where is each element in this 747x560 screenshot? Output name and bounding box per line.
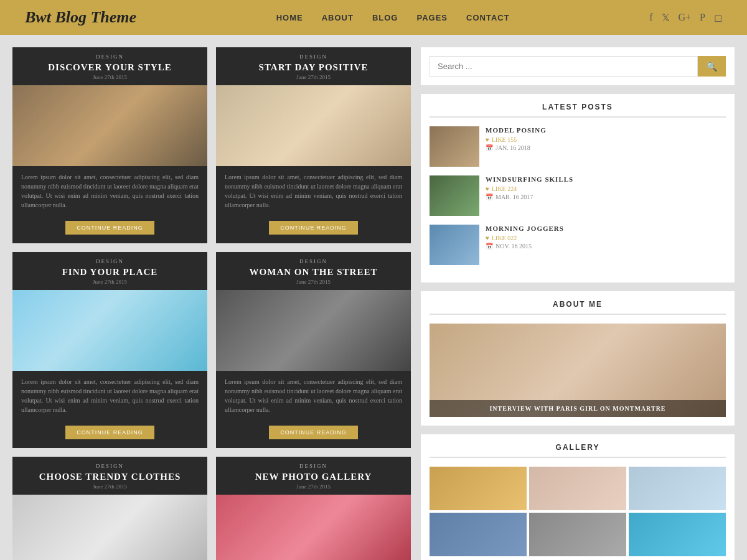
blog-grid: DESIGN DISCOVER YOUR STYLE June 27th 201… bbox=[12, 47, 411, 560]
card-btn-wrap-4: CONTINUE READING bbox=[216, 421, 411, 448]
card-image-4 bbox=[216, 290, 411, 371]
card-category-3: DESIGN bbox=[12, 258, 207, 264]
card-category-4: DESIGN bbox=[216, 258, 411, 264]
gallery-item-1[interactable] bbox=[430, 467, 527, 510]
gallery-item-2[interactable] bbox=[529, 467, 626, 510]
site-logo[interactable]: Bwt Blog Theme bbox=[25, 8, 136, 27]
social-links: f 𝕏 G+ P ◻ bbox=[649, 12, 722, 24]
card-date-5: June 27th 2015 bbox=[12, 483, 207, 490]
lp-info-2: WINDSURFING SKILLS ♥ LIKE 224 📅 MAR. 16 … bbox=[486, 175, 726, 200]
gallery-item-5[interactable] bbox=[529, 513, 626, 556]
lp-img-3 bbox=[430, 225, 479, 265]
continue-reading-btn-1[interactable]: CONTINUE READING bbox=[65, 221, 154, 235]
nav-about[interactable]: ABOUT bbox=[322, 13, 354, 22]
latest-post-2: WINDSURFING SKILLS ♥ LIKE 224 📅 MAR. 16 … bbox=[430, 175, 726, 216]
latest-posts-title: LATEST POSTS bbox=[430, 103, 726, 118]
gallery-item-3[interactable] bbox=[629, 467, 726, 510]
card-btn-wrap-1: CONTINUE READING bbox=[12, 216, 207, 243]
card-title-3: FIND YOUR PLACE bbox=[19, 267, 201, 278]
calendar-icon-2: 📅 bbox=[486, 194, 493, 200]
continue-reading-btn-4[interactable]: CONTINUE READING bbox=[269, 426, 358, 439]
card-title-2: START DAY POSITIVE bbox=[222, 62, 405, 73]
lp-title-3[interactable]: MORNING JOGGERS bbox=[486, 225, 726, 232]
nav-home[interactable]: HOME bbox=[276, 13, 303, 22]
card-date-2: June 27th 2015 bbox=[216, 74, 411, 80]
main-container: DESIGN DISCOVER YOUR STYLE June 27th 201… bbox=[0, 35, 747, 560]
card-text-3: Lorem ipsum dolor sit amet, consectetuer… bbox=[12, 371, 207, 421]
about-me-widget: ABOUT ME INTERVIEW WITH PARIS GIRL ON MO… bbox=[421, 291, 735, 426]
calendar-icon-3: 📅 bbox=[486, 243, 493, 250]
card-image-1 bbox=[12, 85, 207, 166]
pinterest-icon[interactable]: P bbox=[700, 12, 705, 23]
lp-img-1 bbox=[430, 126, 479, 167]
blog-card-5: DESIGN CHOOSE TRENDY CLOTHES June 27th 2… bbox=[12, 457, 207, 560]
calendar-icon-1: 📅 bbox=[486, 144, 493, 151]
blog-card-1: DESIGN DISCOVER YOUR STYLE June 27th 201… bbox=[12, 47, 207, 243]
about-me-caption: INTERVIEW WITH PARIS GIRL ON MONTMARTRE bbox=[436, 405, 720, 412]
search-button[interactable]: 🔍 bbox=[698, 56, 726, 77]
gallery-widget: GALLERY bbox=[421, 434, 735, 560]
card-category-6: DESIGN bbox=[216, 463, 411, 469]
site-header: Bwt Blog Theme HOME ABOUT BLOG PAGES CON… bbox=[0, 0, 747, 35]
about-me-title: ABOUT ME bbox=[430, 300, 726, 315]
card-title-4: WOMAN ON THE STREET bbox=[222, 267, 405, 278]
card-btn-wrap-2: CONTINUE READING bbox=[216, 216, 411, 243]
card-title-1: DISCOVER YOUR STYLE bbox=[19, 62, 201, 73]
continue-reading-btn-3[interactable]: CONTINUE READING bbox=[65, 426, 154, 439]
gallery-title: GALLERY bbox=[430, 443, 726, 458]
about-me-image: INTERVIEW WITH PARIS GIRL ON MONTMARTRE bbox=[430, 324, 726, 417]
heart-icon-1: ♥ bbox=[486, 136, 489, 143]
latest-post-3: MORNING JOGGERS ♥ LIKE 022 📅 NOV. 16 201… bbox=[430, 225, 726, 265]
gallery-item-4[interactable] bbox=[430, 513, 527, 556]
gallery-item-6[interactable] bbox=[629, 513, 726, 556]
blog-card-4: DESIGN WOMAN ON THE STREET June 27th 201… bbox=[216, 252, 411, 448]
nav-blog[interactable]: BLOG bbox=[372, 13, 398, 22]
card-image-3 bbox=[12, 290, 207, 371]
card-category-1: DESIGN bbox=[12, 54, 207, 60]
lp-likes-2: ♥ LIKE 224 bbox=[486, 185, 726, 192]
card-date-1: June 27th 2015 bbox=[12, 74, 207, 80]
card-category-5: DESIGN bbox=[12, 463, 207, 469]
lp-date-3: 📅 NOV. 16 2015 bbox=[486, 243, 726, 250]
googleplus-icon[interactable]: G+ bbox=[679, 12, 692, 23]
sidebar: 🔍 LATEST POSTS MODEL POSING ♥ LIKE 155 📅 bbox=[421, 47, 735, 560]
main-nav: HOME ABOUT BLOG PAGES CONTACT bbox=[276, 13, 510, 22]
card-date-3: June 27th 2015 bbox=[12, 279, 207, 285]
continue-reading-btn-2[interactable]: CONTINUE READING bbox=[269, 221, 358, 235]
blog-card-3: DESIGN FIND YOUR PLACE June 27th 2015 Lo… bbox=[12, 252, 207, 448]
nav-contact[interactable]: CONTACT bbox=[466, 13, 510, 22]
latest-posts-widget: LATEST POSTS MODEL POSING ♥ LIKE 155 📅 J… bbox=[421, 94, 735, 282]
instagram-icon[interactable]: ◻ bbox=[714, 12, 722, 24]
card-btn-wrap-3: CONTINUE READING bbox=[12, 421, 207, 448]
lp-date-2: 📅 MAR. 16 2017 bbox=[486, 194, 726, 200]
card-title-5: CHOOSE TRENDY CLOTHES bbox=[19, 472, 201, 482]
heart-icon-2: ♥ bbox=[486, 185, 489, 192]
search-widget: 🔍 bbox=[421, 47, 735, 85]
lp-title-1[interactable]: MODEL POSING bbox=[486, 126, 726, 134]
latest-post-1: MODEL POSING ♥ LIKE 155 📅 JAN. 16 2018 bbox=[430, 126, 726, 167]
nav-pages[interactable]: PAGES bbox=[416, 13, 448, 22]
facebook-icon[interactable]: f bbox=[649, 12, 652, 23]
lp-title-2[interactable]: WINDSURFING SKILLS bbox=[486, 175, 726, 183]
card-text-1: Lorem ipsum dolor sit amet, consectetuer… bbox=[12, 166, 207, 216]
blog-card-6: DESIGN NEW PHOTO GALLERY June 27th 2015 … bbox=[216, 457, 411, 560]
lp-likes-1: ♥ LIKE 155 bbox=[486, 136, 726, 143]
search-input[interactable] bbox=[430, 56, 698, 77]
lp-info-3: MORNING JOGGERS ♥ LIKE 022 📅 NOV. 16 201… bbox=[486, 225, 726, 250]
lp-img-2 bbox=[430, 175, 479, 216]
gallery-grid bbox=[430, 467, 726, 556]
heart-icon-3: ♥ bbox=[486, 235, 489, 241]
lp-info-1: MODEL POSING ♥ LIKE 155 📅 JAN. 16 2018 bbox=[486, 126, 726, 151]
blog-card-2: DESIGN START DAY POSITIVE June 27th 2015… bbox=[216, 47, 411, 243]
card-image-6 bbox=[216, 495, 411, 560]
card-text-4: Lorem ipsum dolor sit amet, consectetuer… bbox=[216, 371, 411, 421]
lp-likes-3: ♥ LIKE 022 bbox=[486, 235, 726, 241]
about-me-overlay: INTERVIEW WITH PARIS GIRL ON MONTMARTRE bbox=[430, 400, 726, 417]
lp-date-1: 📅 JAN. 16 2018 bbox=[486, 144, 726, 151]
card-title-6: NEW PHOTO GALLERY bbox=[222, 472, 405, 482]
twitter-icon[interactable]: 𝕏 bbox=[662, 12, 670, 24]
card-image-5 bbox=[12, 495, 207, 560]
card-text-2: Lorem ipsum dolor sit amet, consectetuer… bbox=[216, 166, 411, 216]
card-category-2: DESIGN bbox=[216, 54, 411, 60]
card-image-2 bbox=[216, 85, 411, 166]
